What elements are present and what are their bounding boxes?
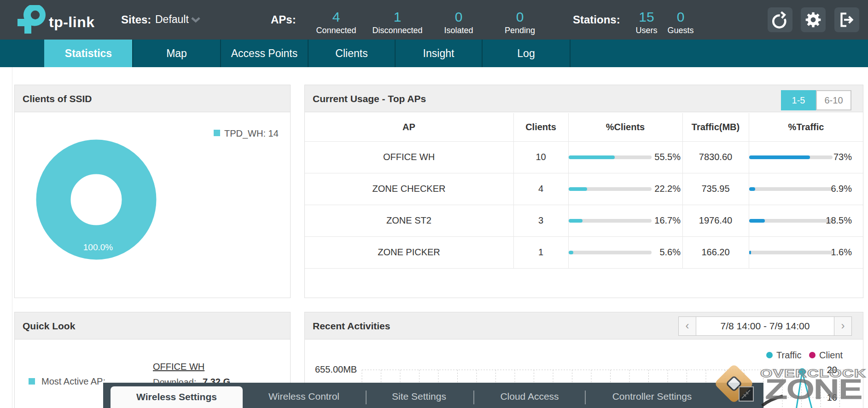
svg-text:ZONE: ZONE — [766, 374, 862, 404]
svg-text:tp-link: tp-link — [49, 14, 94, 30]
